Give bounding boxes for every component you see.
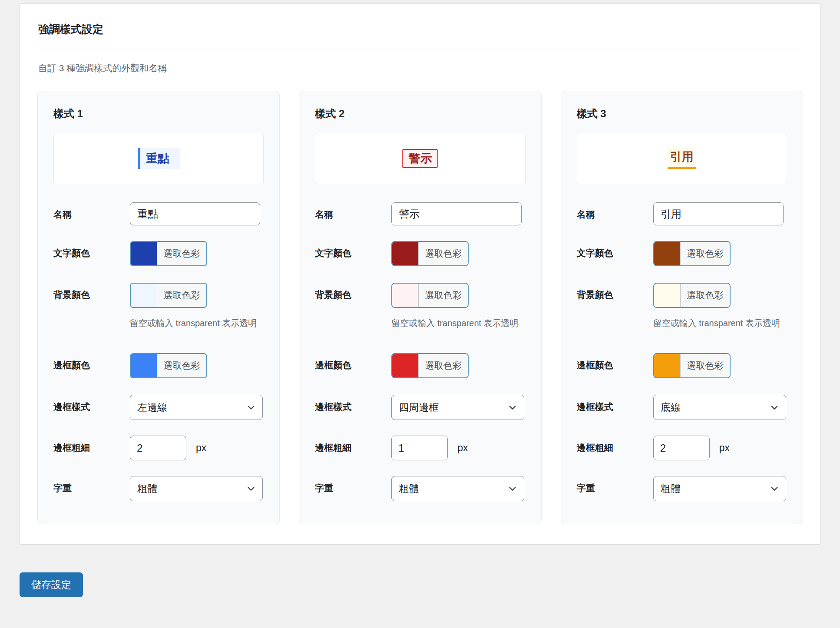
border-width-label: 邊框粗細 <box>315 436 391 460</box>
style-1-font-weight-select[interactable]: 粗體 <box>130 476 263 501</box>
style-1-title: 樣式 1 <box>53 107 264 121</box>
style-1-preview-badge: 重點 <box>138 148 180 169</box>
page-title: 強調樣式設定 <box>38 22 803 36</box>
style-1-preview-box: 重點 <box>53 133 264 184</box>
pick-color-label: 選取色彩 <box>419 284 468 307</box>
style-3-preview-badge: 引用 <box>668 148 696 169</box>
style-1-border-width-field: 邊框粗細 px <box>53 436 264 460</box>
style-3-border-width-input[interactable] <box>653 436 710 460</box>
style-1-border-color-picker-button[interactable]: 選取色彩 <box>130 353 207 378</box>
style-card-3: 樣式 3 引用 名稱 文字顏色 選取色彩 背 <box>561 91 803 524</box>
style-1-text-color-picker-button[interactable]: 選取色彩 <box>130 241 207 266</box>
name-label: 名稱 <box>577 202 653 225</box>
text-color-label: 文字顏色 <box>577 241 653 267</box>
font-weight-label: 字重 <box>315 476 391 501</box>
name-label: 名稱 <box>53 202 130 225</box>
style-3-font-weight-field: 字重 粗體 <box>577 476 787 501</box>
style-2-bg-color-field: 背景顏色 選取色彩 留空或輸入 transparent 表示透明 <box>315 283 525 331</box>
style-card-1: 樣式 1 重點 名稱 文字顏色 選取色彩 背 <box>37 91 280 524</box>
style-3-font-weight-select[interactable]: 粗體 <box>653 476 786 501</box>
style-3-bg-color-field: 背景顏色 選取色彩 留空或輸入 transparent 表示透明 <box>577 283 787 331</box>
style-3-bg-color-swatch <box>654 284 681 307</box>
style-2-border-color-swatch <box>392 354 419 377</box>
style-1-border-color-field: 邊框顏色 選取色彩 <box>53 353 264 379</box>
style-2-text-color-picker-button[interactable]: 選取色彩 <box>391 241 469 266</box>
page-subtitle: 自訂 3 種強調樣式的外觀和名稱 <box>38 62 803 74</box>
style-1-border-style-select[interactable]: 左邊線 <box>130 395 263 420</box>
style-1-border-color-swatch <box>131 354 157 377</box>
pick-color-label: 選取色彩 <box>681 284 730 307</box>
style-1-bg-color-picker-button[interactable]: 選取色彩 <box>130 283 207 308</box>
border-color-label: 邊框顏色 <box>53 353 130 379</box>
style-1-text-color-swatch <box>131 242 157 265</box>
style-card-2: 樣式 2 警示 名稱 文字顏色 選取色彩 背 <box>299 91 541 524</box>
font-weight-label: 字重 <box>53 476 130 501</box>
style-2-border-color-picker-button[interactable]: 選取色彩 <box>391 353 469 378</box>
style-1-text-color-field: 文字顏色 選取色彩 <box>53 241 264 267</box>
style-3-text-color-field: 文字顏色 選取色彩 <box>577 241 787 267</box>
style-2-preview-box: 警示 <box>315 133 525 184</box>
bg-color-help-text: 留空或輸入 transparent 表示透明 <box>653 316 787 331</box>
style-3-border-color-picker-button[interactable]: 選取色彩 <box>653 353 731 378</box>
style-2-preview-badge: 警示 <box>402 149 438 168</box>
pick-color-label: 選取色彩 <box>681 242 730 265</box>
border-style-label: 邊框樣式 <box>315 395 391 420</box>
pick-color-label: 選取色彩 <box>157 284 206 307</box>
settings-panel: 強調樣式設定 自訂 3 種強調樣式的外觀和名稱 樣式 1 重點 名稱 文字顏色 <box>20 3 821 545</box>
style-1-bg-color-swatch <box>131 284 157 307</box>
style-cards-row: 樣式 1 重點 名稱 文字顏色 選取色彩 背 <box>37 91 803 524</box>
bg-color-label: 背景顏色 <box>577 283 653 331</box>
style-2-border-style-field: 邊框樣式 四周邊框 <box>315 395 525 420</box>
border-width-unit: px <box>719 442 730 454</box>
style-1-border-style-field: 邊框樣式 左邊線 <box>53 395 264 420</box>
style-2-name-field: 名稱 <box>315 202 525 225</box>
bg-color-help-text: 留空或輸入 transparent 表示透明 <box>130 316 264 331</box>
pick-color-label: 選取色彩 <box>157 242 206 265</box>
title-divider <box>37 49 803 49</box>
text-color-label: 文字顏色 <box>315 241 391 267</box>
style-3-border-color-field: 邊框顏色 選取色彩 <box>577 353 787 379</box>
bg-color-label: 背景顏色 <box>315 283 391 331</box>
pick-color-label: 選取色彩 <box>419 354 468 377</box>
style-1-border-width-input[interactable] <box>130 436 186 460</box>
style-2-border-style-select[interactable]: 四周邊框 <box>391 395 524 420</box>
style-3-border-color-swatch <box>654 354 681 377</box>
style-2-border-color-field: 邊框顏色 選取色彩 <box>315 353 525 379</box>
style-3-name-input[interactable] <box>653 202 784 225</box>
style-2-text-color-swatch <box>392 242 419 265</box>
border-style-label: 邊框樣式 <box>53 395 130 420</box>
border-width-unit: px <box>196 442 206 454</box>
text-color-label: 文字顏色 <box>53 241 130 267</box>
style-3-preview-box: 引用 <box>577 133 787 184</box>
style-3-bg-color-picker-button[interactable]: 選取色彩 <box>653 283 731 308</box>
style-2-bg-color-picker-button[interactable]: 選取色彩 <box>391 283 469 308</box>
style-2-font-weight-select[interactable]: 粗體 <box>391 476 524 501</box>
border-color-label: 邊框顏色 <box>315 353 391 379</box>
border-width-unit: px <box>457 442 468 454</box>
style-3-border-width-field: 邊框粗細 px <box>577 436 787 460</box>
style-2-bg-color-swatch <box>392 284 419 307</box>
save-settings-button[interactable]: 儲存設定 <box>20 572 83 597</box>
style-2-title: 樣式 2 <box>315 107 525 121</box>
style-3-border-style-field: 邊框樣式 底線 <box>577 395 787 420</box>
border-width-label: 邊框粗細 <box>53 436 130 460</box>
style-3-text-color-swatch <box>654 242 681 265</box>
style-1-bg-color-field: 背景顏色 選取色彩 留空或輸入 transparent 表示透明 <box>53 283 264 331</box>
bg-color-label: 背景顏色 <box>53 283 130 331</box>
style-2-border-width-input[interactable] <box>391 436 448 460</box>
name-label: 名稱 <box>315 202 391 225</box>
style-3-text-color-picker-button[interactable]: 選取色彩 <box>653 241 731 266</box>
style-2-border-width-field: 邊框粗細 px <box>315 436 525 460</box>
border-style-label: 邊框樣式 <box>577 395 653 420</box>
border-color-label: 邊框顏色 <box>577 353 653 379</box>
pick-color-label: 選取色彩 <box>681 354 730 377</box>
font-weight-label: 字重 <box>577 476 653 501</box>
border-width-label: 邊框粗細 <box>577 436 653 460</box>
style-2-name-input[interactable] <box>391 202 522 225</box>
bg-color-help-text: 留空或輸入 transparent 表示透明 <box>391 316 525 331</box>
style-3-border-style-select[interactable]: 底線 <box>653 395 786 420</box>
style-1-font-weight-field: 字重 粗體 <box>53 476 264 501</box>
pick-color-label: 選取色彩 <box>157 354 206 377</box>
style-1-name-input[interactable] <box>130 202 260 225</box>
style-1-name-field: 名稱 <box>53 202 264 225</box>
